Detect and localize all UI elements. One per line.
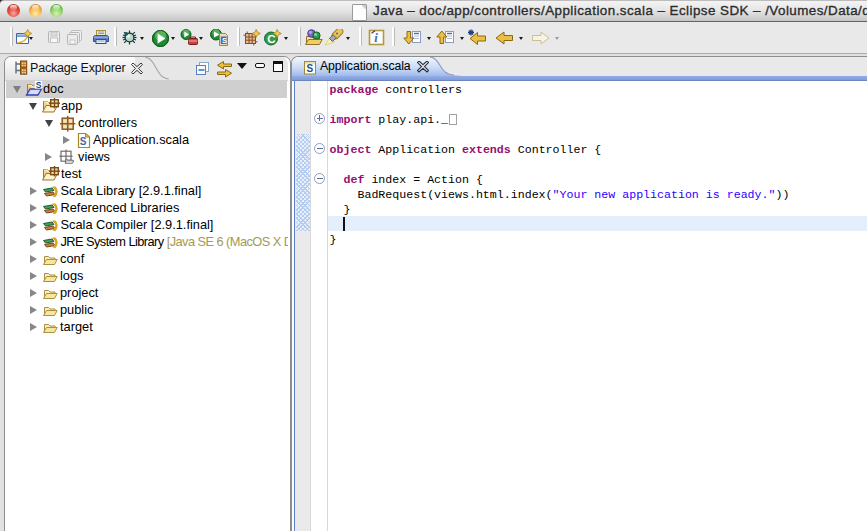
svg-text:S: S (222, 36, 227, 45)
svg-text:C: C (267, 33, 275, 45)
svg-text:S: S (80, 136, 87, 147)
svg-text:S: S (36, 81, 42, 90)
svg-text:i: i (374, 31, 378, 45)
svg-text:S: S (307, 63, 314, 74)
